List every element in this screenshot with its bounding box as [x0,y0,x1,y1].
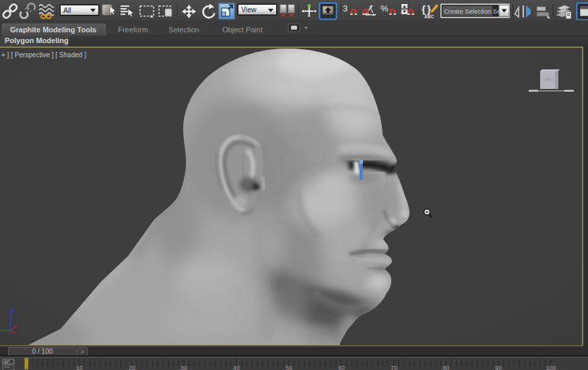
svg-text:50: 50 [286,365,292,370]
svg-text:View: View [241,5,257,13]
svg-text:60: 60 [338,365,345,370]
svg-text:%: % [381,3,389,13]
svg-text:20: 20 [129,365,135,370]
svg-text:ABC: ABC [424,14,434,19]
svg-text:3: 3 [343,3,348,13]
svg-text:90: 90 [495,365,502,370]
svg-text:100: 100 [546,365,556,370]
svg-text:All: All [63,6,71,14]
svg-text:{: { [422,3,426,15]
svg-text:40: 40 [233,365,240,370]
svg-text:80: 80 [443,365,449,370]
svg-text:70: 70 [391,365,397,370]
svg-text:Create Selection Se: Create Selection Se [444,7,501,15]
svg-text:10: 10 [76,365,83,370]
svg-text:30: 30 [181,365,187,370]
